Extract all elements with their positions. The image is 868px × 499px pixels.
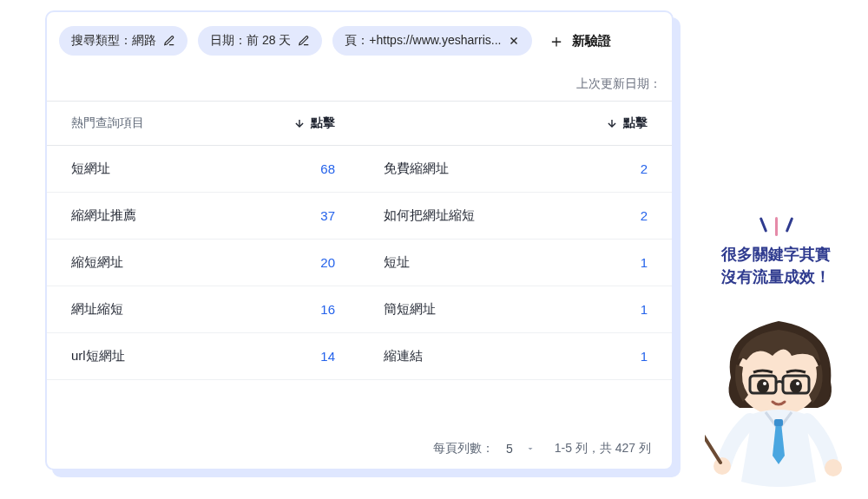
clicks-cell: 2 xyxy=(641,208,648,223)
last-updated-label: 上次更新日期： xyxy=(47,64,672,101)
plus-icon: ＋ xyxy=(548,32,565,49)
filter-chip-page[interactable]: 頁：+https://www.yesharris... xyxy=(332,26,532,56)
close-icon[interactable] xyxy=(508,35,520,47)
pagination-range: 1-5 列，共 427 列 xyxy=(555,441,651,456)
clicks-cell: 2 xyxy=(641,161,648,176)
filter-chip-date[interactable]: 日期：前 28 天 xyxy=(198,26,322,56)
table-row[interactable]: 如何把網址縮短2 xyxy=(359,193,672,240)
clicks-cell: 1 xyxy=(641,349,648,364)
query-table-left: 熱門查詢項目 點擊 短網址68 縮網址推薦37 縮短網址20 網址縮短16 ur… xyxy=(47,102,359,429)
clicks-cell: 16 xyxy=(320,302,335,317)
pencil-icon xyxy=(163,35,175,47)
pencil-icon xyxy=(298,35,310,47)
arrow-down-icon xyxy=(293,117,306,129)
query-cell: 如何把網址縮短 xyxy=(384,207,475,224)
query-cell: 短址 xyxy=(384,254,410,271)
filter-chip-label: 頁：+https://www.yesharris... xyxy=(345,33,501,49)
svg-line-10 xyxy=(705,430,720,463)
table-row[interactable]: 縮網址推薦37 xyxy=(47,193,359,240)
annotation-callout: 很多關鍵字其實 沒有流量成效！ xyxy=(707,217,845,288)
svg-point-3 xyxy=(757,379,769,393)
clicks-cell: 14 xyxy=(320,349,335,364)
query-cell: 網址縮短 xyxy=(71,301,123,318)
annotation-line1: 很多關鍵字其實 xyxy=(707,243,845,266)
svg-point-9 xyxy=(825,459,842,476)
col-header-clicks-sort[interactable]: 點擊 xyxy=(293,115,335,131)
filter-chip-label: 搜尋類型：網路 xyxy=(71,33,156,49)
query-cell: 縮連結 xyxy=(384,348,423,364)
arrow-down-icon xyxy=(606,117,618,129)
search-console-card: 搜尋類型：網路 日期：前 28 天 頁：+https://www.yesharr… xyxy=(45,10,674,470)
table-row[interactable]: 簡短網址1 xyxy=(359,286,672,333)
col-header-query: 熱門查詢項目 xyxy=(71,115,144,131)
svg-point-4 xyxy=(790,379,802,393)
table-row[interactable]: 短網址68 xyxy=(47,146,359,193)
query-cell: 簡短網址 xyxy=(384,301,436,318)
rows-per-page-label: 每頁列數： xyxy=(433,441,494,456)
filter-chip-search-type[interactable]: 搜尋類型：網路 xyxy=(59,26,187,56)
clicks-cell: 1 xyxy=(641,255,648,270)
filter-bar: 搜尋類型：網路 日期：前 28 天 頁：+https://www.yesharr… xyxy=(47,12,672,64)
table-row[interactable]: url短網址14 xyxy=(47,333,359,380)
annotation-line2: 沒有流量成效！ xyxy=(707,266,845,288)
query-cell: 免費縮網址 xyxy=(384,161,449,177)
table-header: 熱門查詢項目 點擊 xyxy=(47,102,359,146)
chibi-character xyxy=(705,308,852,490)
clicks-cell: 1 xyxy=(641,302,648,317)
query-tables: 熱門查詢項目 點擊 短網址68 縮網址推薦37 縮短網址20 網址縮短16 ur… xyxy=(47,101,672,429)
clicks-cell: 20 xyxy=(320,255,335,270)
sparkle-icon xyxy=(707,217,845,236)
filter-chip-label: 日期：前 28 天 xyxy=(210,33,291,49)
chevron-down-icon xyxy=(525,443,536,454)
query-cell: url短網址 xyxy=(71,348,125,364)
table-row[interactable]: 縮短網址20 xyxy=(47,240,359,286)
rows-per-page-value: 5 xyxy=(506,442,513,456)
pagination-bar: 每頁列數： 5 1-5 列，共 427 列 xyxy=(47,429,672,469)
svg-point-8 xyxy=(713,457,731,475)
query-cell: 縮網址推薦 xyxy=(71,207,136,224)
add-filter-label: 新驗證 xyxy=(572,33,611,49)
query-cell: 短網址 xyxy=(71,161,110,177)
clicks-cell: 68 xyxy=(320,161,335,176)
col-header-clicks-sort[interactable]: 點擊 xyxy=(606,115,648,131)
svg-point-6 xyxy=(796,382,799,385)
clicks-cell: 37 xyxy=(320,208,335,223)
table-row[interactable]: 免費縮網址2 xyxy=(359,146,672,193)
rows-per-page[interactable]: 每頁列數： 5 xyxy=(433,441,536,456)
table-row[interactable]: 短址1 xyxy=(359,240,672,286)
table-row[interactable]: 網址縮短16 xyxy=(47,286,359,333)
add-filter-button[interactable]: ＋ 新驗證 xyxy=(542,27,611,55)
col-header-clicks: 點擊 xyxy=(311,115,335,131)
table-header: . 點擊 xyxy=(359,102,672,146)
svg-rect-7 xyxy=(774,419,783,426)
col-header-clicks: 點擊 xyxy=(623,115,648,131)
table-row[interactable]: 縮連結1 xyxy=(359,333,672,380)
query-table-right: . 點擊 免費縮網址2 如何把網址縮短2 短址1 簡短網址1 縮連結1 xyxy=(359,102,672,429)
query-cell: 縮短網址 xyxy=(71,254,123,271)
svg-point-5 xyxy=(763,382,766,385)
